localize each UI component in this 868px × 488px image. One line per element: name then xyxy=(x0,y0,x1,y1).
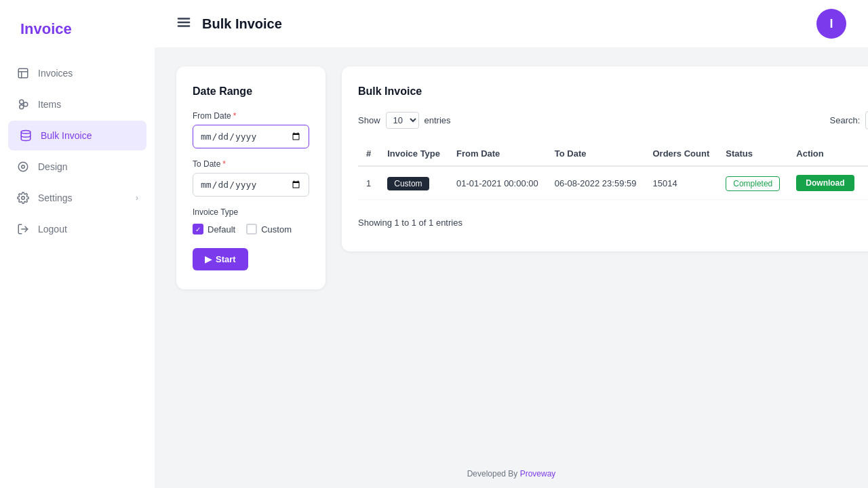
settings-chevron-icon: › xyxy=(136,193,138,203)
status-badge: Completed xyxy=(726,176,780,191)
to-date-input[interactable] xyxy=(193,173,309,197)
sidebar-item-label: Logout xyxy=(38,224,67,235)
sidebar-item-label: Design xyxy=(38,161,68,172)
invoice-type-badge: Custom xyxy=(387,177,429,190)
sidebar-item-bulk-invoice[interactable]: Bulk Invoice xyxy=(8,121,146,150)
svg-point-6 xyxy=(21,131,31,134)
table-header: # Invoice Type From Date To Date Orders … xyxy=(358,142,868,166)
svg-point-3 xyxy=(20,100,24,104)
cell-num: 1 xyxy=(358,166,379,200)
svg-point-9 xyxy=(22,197,25,200)
sidebar-item-design[interactable]: Design xyxy=(0,152,155,182)
svg-point-4 xyxy=(20,105,24,109)
col-status: Status xyxy=(717,142,788,166)
design-icon xyxy=(16,160,30,174)
settings-icon xyxy=(16,191,30,205)
date-range-title: Date Range xyxy=(193,85,309,98)
sidebar-item-logout[interactable]: Logout xyxy=(0,214,155,244)
table-row: 1 Custom 01-01-2021 00:00:00 06-08-2022 … xyxy=(358,166,868,200)
menu-icon[interactable] xyxy=(176,15,191,33)
bulk-invoice-table: # Invoice Type From Date To Date Orders … xyxy=(358,142,868,200)
from-date-input[interactable] xyxy=(193,125,309,148)
sidebar-item-label: Settings xyxy=(38,192,73,203)
entries-label: entries xyxy=(425,115,451,125)
required-marker: * xyxy=(233,111,237,121)
header: Bulk Invoice I xyxy=(155,0,868,47)
default-checkbox[interactable]: Default xyxy=(193,224,235,235)
table-body: 1 Custom 01-01-2021 00:00:00 06-08-2022 … xyxy=(358,166,868,200)
cell-invoice-type: Custom xyxy=(379,166,448,200)
showing-text: Showing 1 to 1 of 1 entries xyxy=(358,218,462,228)
sidebar-item-label: Bulk Invoice xyxy=(41,130,92,141)
sidebar-item-label: Items xyxy=(38,99,61,110)
show-select[interactable]: 10 25 50 xyxy=(386,112,419,129)
sidebar-item-invoices[interactable]: Invoices xyxy=(0,58,155,88)
app-logo: Invoice xyxy=(0,20,155,58)
bulk-icon xyxy=(19,129,33,142)
items-icon xyxy=(16,98,30,111)
to-date-label: To Date * xyxy=(193,159,309,169)
avatar[interactable]: I xyxy=(816,9,846,39)
required-marker-2: * xyxy=(222,159,226,169)
footer-link[interactable]: Proveway xyxy=(520,469,556,479)
logout-icon xyxy=(16,222,30,236)
cell-orders-count: 15014 xyxy=(644,166,717,200)
default-label: Default xyxy=(208,224,235,235)
custom-checkbox[interactable]: Custom xyxy=(246,224,292,235)
cell-action: Download xyxy=(788,166,862,200)
col-invoice-type: Invoice Type xyxy=(379,142,448,166)
footer: Developed By Proveway xyxy=(155,460,868,488)
cell-to-date: 06-08-2022 23:59:59 xyxy=(547,166,645,200)
download-button[interactable]: Download xyxy=(796,175,854,191)
table-footer: Showing 1 to 1 of 1 entries « 1 » xyxy=(358,212,868,232)
from-date-label: From Date * xyxy=(193,111,309,121)
invoice-icon xyxy=(16,66,30,80)
search-input[interactable] xyxy=(865,111,868,129)
svg-point-8 xyxy=(22,165,25,169)
custom-checkbox-box[interactable] xyxy=(246,224,257,235)
col-to-date: To Date xyxy=(547,142,645,166)
invoice-type-label: Invoice Type xyxy=(193,207,309,217)
search-label: Search: xyxy=(830,115,861,125)
default-checkbox-box[interactable] xyxy=(193,224,203,235)
sidebar-item-items[interactable]: Items xyxy=(0,89,155,119)
invoice-type-group: Default Custom xyxy=(193,224,309,235)
svg-rect-0 xyxy=(18,68,28,78)
show-label: Show xyxy=(358,115,380,125)
play-icon: ▶ xyxy=(205,254,212,264)
sidebar-nav: Invoices Items Bulk Invoice xyxy=(0,58,155,244)
sidebar-item-settings[interactable]: Settings › xyxy=(0,183,155,213)
bulk-invoice-card: Bulk Invoice Show 10 25 50 entries Searc… xyxy=(342,66,868,251)
col-from-date: From Date xyxy=(448,142,547,166)
col-action: Action xyxy=(788,142,862,166)
content-area: Date Range From Date * To Date * Invoic xyxy=(155,47,868,460)
col-orders-count: Orders Count xyxy=(644,142,717,166)
to-date-group: To Date * xyxy=(193,159,309,197)
date-range-card: Date Range From Date * To Date * Invoic xyxy=(176,66,326,289)
sidebar: Invoice Invoices Items xyxy=(0,0,155,488)
bulk-invoice-title: Bulk Invoice xyxy=(358,85,868,98)
start-button[interactable]: ▶ Start xyxy=(193,248,248,270)
from-date-group: From Date * xyxy=(193,111,309,148)
cell-status: Completed xyxy=(717,166,788,200)
main-area: Bulk Invoice I Date Range From Date * To… xyxy=(155,0,868,488)
page-title: Bulk Invoice xyxy=(202,16,806,32)
custom-label: Custom xyxy=(261,224,292,235)
col-date: Date ▼ xyxy=(863,142,868,166)
footer-text: Developed By xyxy=(467,469,520,479)
table-controls: Show 10 25 50 entries Search: xyxy=(358,111,868,129)
col-num: # xyxy=(358,142,379,166)
cell-from-date: 01-01-2021 00:00:00 xyxy=(448,166,547,200)
cell-date: 05-08-2022 20:29:05 xyxy=(863,166,868,200)
sidebar-item-label: Invoices xyxy=(38,68,73,79)
svg-point-7 xyxy=(18,162,28,171)
svg-point-5 xyxy=(24,102,28,106)
